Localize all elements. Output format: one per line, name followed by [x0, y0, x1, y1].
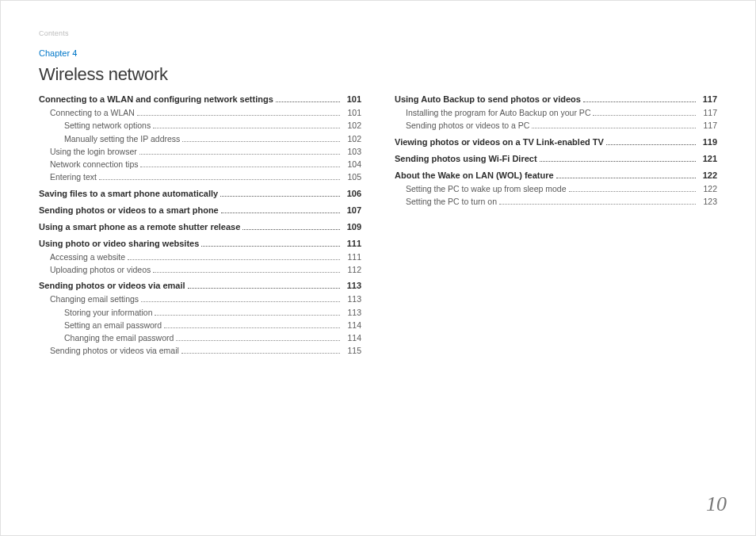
toc-entry-page: 113: [342, 293, 361, 305]
toc-leader: [221, 212, 340, 213]
toc-leader: [176, 340, 340, 341]
toc-leader: [153, 272, 340, 273]
chapter-title: Wireless network: [39, 64, 717, 85]
toc-leader: [583, 101, 696, 102]
toc-entry-title: Sending photos using Wi-Fi Direct: [395, 152, 537, 166]
toc-entry[interactable]: Setting an email password114: [39, 319, 361, 331]
toc-entry[interactable]: Entering text105: [39, 170, 361, 183]
toc-entry-title: Connecting to a WLAN: [50, 106, 135, 119]
toc-entry-page: 114: [342, 319, 361, 331]
toc-entry[interactable]: Viewing photos or videos on a TV Link-en…: [395, 136, 717, 149]
toc-leader: [182, 141, 340, 142]
toc-entry[interactable]: Setting network options102: [39, 119, 361, 132]
toc-leader: [140, 167, 340, 167]
toc-entry-title: Connecting to a WLAN and configuring net…: [39, 93, 273, 106]
toc-column-right: Using Auto Backup to send photos or vide…: [395, 93, 717, 358]
toc-entry-title: Changing email settings: [50, 293, 139, 305]
toc-entry-page: 115: [342, 344, 361, 357]
toc-leader: [540, 161, 696, 162]
toc-entry-page: 104: [342, 158, 361, 170]
toc-entry[interactable]: Sending photos or videos via email115: [39, 344, 361, 357]
toc-entry-page: 101: [342, 93, 361, 106]
toc-leader: [220, 196, 340, 197]
toc-entry[interactable]: Accessing a website111: [39, 251, 361, 263]
toc-entry[interactable]: Using Auto Backup to send photos or vide…: [395, 93, 717, 106]
toc-entry-page: 121: [698, 152, 717, 166]
toc-entry[interactable]: Changing the email password114: [39, 331, 361, 344]
toc-entry-page: 113: [342, 279, 361, 293]
toc-entry-page: 105: [342, 170, 361, 183]
toc-entry-title: Using Auto Backup to send photos or vide…: [395, 93, 581, 106]
toc-entry-page: 109: [342, 220, 361, 234]
toc-entry-title: Setting network options: [64, 119, 151, 132]
toc-entry[interactable]: Sending photos or videos to a smart phon…: [39, 204, 361, 217]
toc-entry[interactable]: Saving files to a smart phone automatica…: [39, 187, 361, 201]
toc-entry-page: 103: [342, 145, 361, 158]
toc-entry-title: Changing the email password: [64, 331, 174, 344]
toc-entry-page: 122: [698, 169, 717, 182]
toc-entry[interactable]: Connecting to a WLAN and configuring net…: [39, 93, 361, 106]
toc-entry[interactable]: Sending photos or videos via email113: [39, 279, 361, 293]
toc-entry-title: Entering text: [50, 170, 97, 183]
toc-entry-page: 106: [342, 187, 361, 201]
toc-entry-title: About the Wake on LAN (WOL) feature: [395, 169, 554, 182]
toc-leader: [569, 191, 696, 192]
toc-leader: [153, 128, 340, 128]
toc-entry-page: 112: [342, 263, 361, 276]
toc-entry[interactable]: Installing the program for Auto Backup o…: [395, 106, 717, 119]
running-head: Contents: [39, 29, 717, 37]
toc-entry[interactable]: Using photo or video sharing websites111: [39, 237, 361, 251]
toc-leader: [606, 144, 696, 145]
toc-entry[interactable]: Sending photos using Wi-Fi Direct121: [395, 152, 717, 166]
toc-entry-page: 117: [698, 106, 717, 119]
toc-leader: [155, 315, 340, 316]
toc-leader: [593, 115, 696, 116]
toc-entry-page: 117: [698, 93, 717, 106]
toc-entry-page: 114: [342, 331, 361, 344]
toc-entry-title: Sending photos or videos via email: [39, 279, 185, 293]
toc-entry[interactable]: Changing email settings113: [39, 293, 361, 305]
toc-entry[interactable]: Storing your information113: [39, 306, 361, 319]
toc-entry[interactable]: Using the login browser103: [39, 145, 361, 158]
toc-entry-page: 107: [342, 204, 361, 217]
toc-leader: [188, 288, 340, 289]
toc-entry-page: 117: [698, 119, 717, 132]
toc-leader: [181, 353, 340, 354]
toc-entry[interactable]: Manually setting the IP address102: [39, 132, 361, 145]
toc-entry-page: 123: [698, 195, 717, 208]
toc-entry-title: Using photo or video sharing websites: [39, 237, 199, 251]
toc-leader: [137, 115, 340, 116]
toc-columns: Connecting to a WLAN and configuring net…: [39, 93, 717, 358]
toc-entry-title: Using a smart phone as a remote shutter …: [39, 220, 240, 234]
toc-entry[interactable]: About the Wake on LAN (WOL) feature122: [395, 169, 717, 182]
toc-entry-page: 111: [342, 251, 361, 263]
toc-entry[interactable]: Sending photos or videos to a PC117: [395, 119, 717, 132]
toc-entry-title: Using the login browser: [50, 145, 137, 158]
chapter-label: Chapter 4: [39, 48, 717, 58]
toc-entry[interactable]: Uploading photos or videos112: [39, 263, 361, 276]
toc-leader: [128, 259, 340, 260]
toc-entry-title: Sending photos or videos via email: [50, 344, 179, 357]
toc-entry-title: Saving files to a smart phone automatica…: [39, 187, 218, 201]
toc-entry-page: 101: [342, 106, 361, 119]
toc-entry-title: Setting the PC to turn on: [406, 195, 497, 208]
toc-entry[interactable]: Setting the PC to turn on123: [395, 195, 717, 208]
toc-entry[interactable]: Using a smart phone as a remote shutter …: [39, 220, 361, 234]
toc-entry-page: 122: [698, 182, 717, 195]
toc-leader: [164, 327, 340, 328]
toc-leader: [276, 101, 340, 102]
toc-leader: [201, 246, 340, 247]
toc-entry-title: Setting the PC to wake up from sleep mod…: [406, 182, 567, 195]
toc-leader: [556, 178, 696, 178]
toc-entry-title: Setting an email password: [64, 319, 162, 331]
toc-entry-title: Sending photos or videos to a PC: [406, 119, 529, 132]
toc-entry[interactable]: Setting the PC to wake up from sleep mod…: [395, 182, 717, 195]
toc-entry[interactable]: Network connection tips104: [39, 158, 361, 170]
toc-leader: [499, 204, 696, 205]
toc-entry-title: Sending photos or videos to a smart phon…: [39, 204, 219, 217]
toc-entry[interactable]: Connecting to a WLAN101: [39, 106, 361, 119]
toc-leader: [242, 229, 340, 230]
toc-entry-title: Manually setting the IP address: [64, 132, 180, 145]
page-number: 10: [706, 492, 727, 516]
toc-entry-title: Network connection tips: [50, 158, 138, 170]
